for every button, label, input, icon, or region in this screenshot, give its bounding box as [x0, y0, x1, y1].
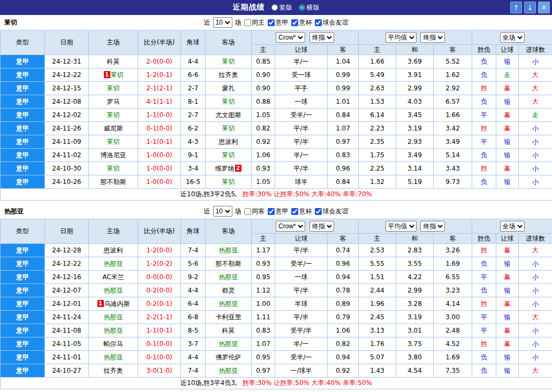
home-odds-cell: 0.93 — [252, 257, 275, 271]
filter-same-away[interactable]: 同客 — [244, 207, 265, 216]
col-header-avg-away: 客 — [434, 45, 472, 55]
team-name-text: 莱切 — [107, 111, 120, 119]
fulltime-select[interactable]: 全场 — [500, 221, 525, 232]
match-row: 意甲24-11-01热那亚0-1(0-0)4-4佛罗伦萨0.95受半/一0.94… — [1, 351, 552, 364]
corner-cell: 4-4 — [181, 351, 206, 364]
average-select[interactable]: 平均值 — [385, 32, 417, 43]
serie-a-checkbox[interactable] — [268, 208, 275, 215]
score-cell: 1-1(0-0) — [138, 109, 181, 122]
final-average-select[interactable]: 终指 — [420, 221, 445, 232]
layout-vertical-option[interactable]: 竖版 — [271, 3, 292, 12]
average-select[interactable]: 平均值 — [385, 221, 417, 232]
avg-draw-odds-cell: 3.14 — [396, 162, 434, 175]
handicap-cell: 半/一 — [275, 337, 328, 351]
team-name-text: 维罗纳 — [215, 165, 235, 172]
final-odds-select[interactable]: 终指 — [309, 221, 334, 232]
league-cell: 意甲 — [1, 149, 45, 162]
recent-count-select[interactable]: 10 — [213, 206, 232, 217]
away-odds-cell: 1.06 — [328, 324, 359, 337]
avg-draw-odds-cell: 3.01 — [396, 324, 434, 337]
club-friendly-checkbox[interactable] — [315, 208, 322, 215]
scroll-down-button[interactable]: ↓ — [524, 2, 536, 13]
team-name-text: 拉齐奥 — [104, 367, 123, 374]
filter-same-home[interactable]: 同主 — [244, 18, 265, 27]
down-arrow-icon: ↓ — [527, 4, 533, 11]
corner-cell: 7-4 — [181, 364, 206, 378]
home-team-cell: 威尼斯 — [89, 122, 138, 135]
home-team-cell: 罗马 — [89, 95, 138, 109]
filter-italy-cup[interactable]: 意杯 — [291, 18, 312, 27]
col-header-avg-home: 主 — [359, 45, 396, 55]
score-cell: 1-2(0-0) — [138, 244, 181, 257]
same-away-checkbox[interactable] — [244, 208, 251, 215]
home-odds-cell: 0.92 — [252, 135, 275, 149]
col-header-avg-home: 主 — [359, 234, 396, 244]
avg-away-odds-cell: 1.69 — [434, 257, 472, 271]
avg-away-odds-cell: 6.57 — [434, 95, 472, 109]
col-header-odds-away: 客 — [328, 45, 359, 55]
near-label: 近 — [204, 18, 210, 27]
final-odds-select[interactable]: 终指 — [309, 32, 334, 43]
match-row: 意甲24-11-08热那亚1-1(0-1)8-5科莫0.83受平/半1.063.… — [1, 324, 552, 337]
scroll-up-button[interactable]: ↑ — [510, 2, 522, 13]
home-team-cell: 1乌迪内斯 — [89, 297, 138, 311]
avg-home-odds-cell: 5.49 — [359, 68, 396, 82]
avg-draw-odds-cell: 4.22 — [396, 271, 434, 284]
corner-cell: 4-3 — [181, 135, 206, 149]
away-odds-cell: 0.97 — [328, 135, 359, 149]
goals-result-cell: 小 — [519, 135, 552, 149]
bookmaker-select[interactable]: Crow* — [276, 32, 305, 43]
home-team-cell: 拉齐奥 — [89, 364, 138, 378]
italy-cup-checkbox[interactable] — [291, 208, 298, 215]
team-name-text: 科莫 — [107, 58, 120, 65]
italy-cup-checkbox[interactable] — [291, 19, 298, 26]
goals-result-cell: 大 — [519, 95, 552, 109]
home-odds-cell: 0.90 — [252, 82, 275, 95]
avg-home-odds-cell: 6.14 — [359, 109, 396, 122]
score-cell: 0-2(0-1) — [138, 297, 181, 311]
score-cell: 1-2(0-1) — [138, 68, 181, 82]
rank-badge: 1 — [97, 300, 104, 307]
final-average-select[interactable]: 终指 — [420, 32, 445, 43]
same-home-checkbox[interactable] — [244, 19, 251, 26]
date-cell: 24-12-16 — [45, 271, 89, 284]
away-team-cell: 维罗纳2 — [206, 162, 252, 175]
score-cell: 1-1(0-1) — [138, 135, 181, 149]
corner-cell: 6-8 — [181, 311, 206, 324]
team-name-text: 拉齐奥 — [219, 71, 238, 79]
vertical-layout-label: 竖版 — [279, 3, 292, 12]
serie-a-checkbox[interactable] — [268, 19, 275, 26]
team-name-text: 热那亚 — [104, 353, 123, 361]
date-cell: 24-12-01 — [45, 297, 89, 311]
result-cell: 负 — [472, 284, 496, 297]
corner-cell: 8-1 — [181, 95, 206, 109]
filter-club-friendly[interactable]: 球会友谊 — [315, 207, 349, 216]
col-header-date: 日期 — [45, 30, 89, 55]
filter-club-friendly[interactable]: 球会友谊 — [315, 18, 349, 27]
vertical-layout-radio[interactable] — [271, 4, 278, 11]
filter-italy-cup[interactable]: 意杯 — [291, 207, 312, 216]
filter-serie-a[interactable]: 意甲 — [268, 207, 289, 216]
avg-away-odds-cell: 3.23 — [434, 284, 472, 297]
bookmaker-select[interactable]: Crow* — [276, 221, 305, 232]
filter-serie-a[interactable]: 意甲 — [268, 18, 289, 27]
avg-draw-odds-cell: 3.19 — [396, 311, 434, 324]
avg-home-odds-cell: 1.66 — [359, 55, 396, 68]
goals-result-cell: 小 — [519, 257, 552, 271]
handicap-result-cell: 输 — [496, 95, 519, 109]
club-friendly-checkbox[interactable] — [315, 19, 322, 26]
handicap-result-cell: 输 — [496, 175, 519, 189]
avg-draw-odds-cell: 2.83 — [396, 244, 434, 257]
away-team-cell: 那不勒斯 — [206, 257, 252, 271]
match-row: 意甲24-12-07热那亚0-2(0-0)4-4都灵1.12平/半0.782.4… — [1, 284, 552, 297]
date-cell: 24-12-31 — [45, 55, 89, 68]
avg-away-odds-cell: 3.42 — [434, 122, 472, 135]
corner-cell: 4-4 — [181, 55, 206, 68]
horizontal-layout-radio[interactable] — [299, 4, 305, 11]
close-button[interactable]: ✕ — [538, 2, 550, 13]
fulltime-select[interactable]: 全场 — [500, 32, 525, 43]
avg-home-odds-cell: 1.51 — [359, 271, 396, 284]
layout-horizontal-option[interactable]: 横版 — [299, 3, 320, 12]
home-odds-cell: 1.06 — [252, 149, 275, 162]
recent-count-select[interactable]: 10 — [213, 17, 232, 28]
